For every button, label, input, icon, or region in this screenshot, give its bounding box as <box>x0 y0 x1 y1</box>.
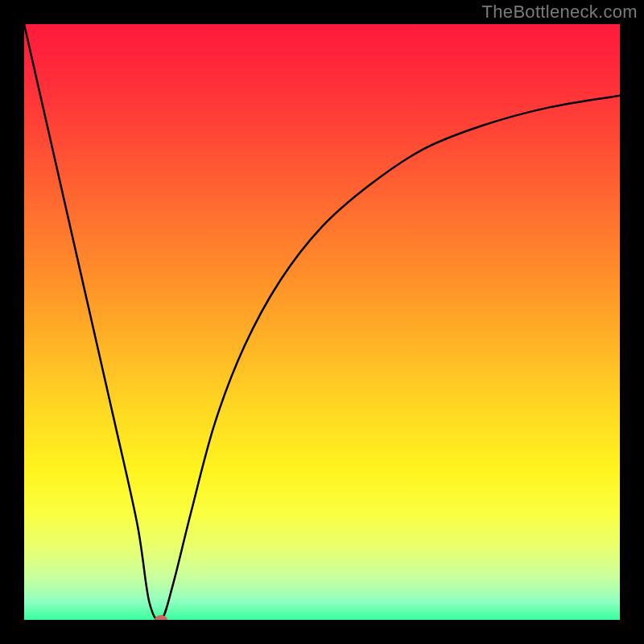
plot-area <box>24 24 620 620</box>
watermark-text: TheBottleneck.com <box>482 2 638 23</box>
minimum-marker <box>155 615 167 620</box>
bottleneck-curve <box>24 24 620 620</box>
curve-path <box>24 24 620 620</box>
chart-frame: TheBottleneck.com <box>0 0 644 644</box>
